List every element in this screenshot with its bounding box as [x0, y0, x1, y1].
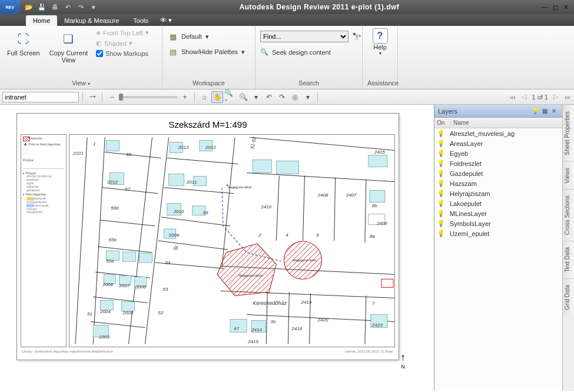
bulb-icon[interactable]: 💡: [437, 160, 450, 167]
svg-text:51-53: 51-53: [250, 136, 257, 149]
svg-line-16: [167, 158, 238, 164]
layers-menu-icon[interactable]: ▦: [540, 107, 549, 116]
svg-rect-59: [381, 279, 393, 287]
fullscreen-icon: ⛶: [14, 29, 33, 48]
bulb-icon[interactable]: 💡: [437, 180, 450, 187]
zoom-slider[interactable]: [119, 96, 178, 98]
fit-icon[interactable]: ▾: [250, 91, 262, 103]
svg-text:58: 58: [126, 152, 131, 157]
minimize-button[interactable]: —: [540, 2, 549, 12]
qat-dropdown-icon[interactable]: ▾: [88, 2, 99, 12]
svg-text:53: 53: [163, 287, 168, 292]
close-button[interactable]: ✕: [561, 2, 570, 12]
layer-row[interactable]: 💡MLinesLayer: [434, 208, 562, 218]
open-icon[interactable]: 📂: [24, 2, 34, 12]
map-svg[interactable]: ▲ Megjegyzés felirat Megjegyzés felirat …: [69, 134, 395, 347]
shaded-icon: ◐: [96, 39, 102, 47]
tab-markup[interactable]: Markup & Measure: [57, 15, 126, 26]
bulb-icon[interactable]: 💡: [437, 139, 450, 147]
workspace-group-title: Workspace: [167, 78, 250, 88]
copy-current-view-button[interactable]: ❏ Copy Current View: [47, 28, 90, 78]
side-tab-views[interactable]: Views: [563, 161, 574, 190]
layer-row[interactable]: 💡Uzemi_epulet: [434, 228, 562, 238]
pan-tool-icon[interactable]: ✋: [211, 91, 223, 103]
find-dropdown[interactable]: Find...: [260, 31, 349, 42]
page-navigator: ⏮ ◁ 1 of 1 ▷ ⏭: [508, 93, 572, 101]
svg-text:56b: 56b: [111, 205, 119, 211]
next-view-icon[interactable]: ↷: [276, 91, 288, 103]
svg-line-19: [158, 241, 228, 250]
prev-view-icon[interactable]: ↶: [263, 91, 275, 103]
svg-rect-41: [139, 253, 152, 263]
svg-text:2407: 2407: [346, 192, 357, 198]
palettes-icon: ▤: [168, 47, 178, 57]
layer-row[interactable]: 💡Helyrajziszam: [434, 188, 562, 198]
col-name[interactable]: Name: [451, 119, 562, 126]
address-input[interactable]: [2, 92, 79, 102]
help-button[interactable]: ? Help ▾: [373, 28, 388, 78]
zoom-tool-icon[interactable]: 🔍: [237, 91, 249, 103]
show-hide-palettes-dropdown[interactable]: ▤ Show/Hide Palettes ▾: [167, 46, 246, 58]
quick-access-toolbar: 📂 💾 🖶 ↶ ↷ ▾: [24, 2, 99, 12]
app-menu-button[interactable]: REV: [0, 0, 20, 14]
bulb-icon[interactable]: 💡: [437, 150, 450, 157]
layer-row[interactable]: 💡Lakoepulet: [434, 198, 562, 208]
seek-design-content-button[interactable]: 🔍 Seek design content: [260, 46, 363, 56]
bulb-icon[interactable]: 💡: [437, 129, 450, 137]
home-icon[interactable]: ⌂: [198, 91, 210, 103]
show-markups-check[interactable]: [96, 50, 103, 57]
full-screen-button[interactable]: ⛶ Full Screen: [5, 28, 42, 78]
prev-page-icon[interactable]: ◁: [520, 93, 528, 101]
bulb-icon[interactable]: 💡: [437, 190, 450, 197]
zoom-window-icon[interactable]: 🔍⁺: [224, 91, 236, 103]
side-tab-grid-data[interactable]: Grid Data: [563, 278, 574, 316]
layer-row[interactable]: 💡Gazdepulet: [434, 168, 562, 178]
svg-line-9: [105, 152, 161, 158]
next-page-icon[interactable]: ▷: [552, 93, 560, 101]
redo-icon[interactable]: ↷: [75, 2, 86, 12]
side-tab-cross-sections[interactable]: Cross Sections: [563, 189, 574, 241]
svg-text:2405: 2405: [374, 150, 385, 155]
pointer-tool[interactable]: ⭢: [87, 91, 98, 103]
first-page-icon[interactable]: ⏮: [508, 94, 516, 101]
tab-home[interactable]: Home: [26, 15, 57, 26]
bulb-icon[interactable]: 💡: [437, 230, 450, 237]
side-tab-sheet-properties[interactable]: Sheet Properties: [563, 105, 574, 161]
col-on[interactable]: On: [434, 119, 451, 126]
wheel-dropdown-icon[interactable]: ▾: [302, 91, 314, 103]
binoculars-icon[interactable]: 🔭: [351, 31, 363, 42]
bulb-icon[interactable]: 💡: [437, 220, 450, 227]
layer-row[interactable]: 💡Hazszam: [434, 178, 562, 188]
layer-row[interactable]: 💡SymbolsLayer: [434, 218, 562, 228]
zoom-in-icon[interactable]: +: [179, 91, 191, 103]
last-page-icon[interactable]: ⏭: [563, 94, 572, 101]
layer-name: Gazdepulet: [450, 170, 483, 177]
tab-tools[interactable]: Tools: [126, 15, 155, 26]
drawing-canvas[interactable]: Szekszárd M=1:499 Alreszlet ▲ Point as h…: [0, 105, 434, 391]
layers-toggle-icon[interactable]: 💡: [530, 107, 540, 116]
wheel-icon[interactable]: ◎: [289, 91, 301, 103]
layer-row[interactable]: 💡Egyeb: [434, 148, 562, 158]
layers-panel: Layers 💡 ▦ ✕ On Name 💡Alreszlet_muvelesi…: [434, 105, 574, 391]
undo-icon[interactable]: ↶: [62, 2, 73, 12]
workspace-default-dropdown[interactable]: ▦ Default ▾: [167, 31, 246, 42]
save-icon[interactable]: 💾: [37, 2, 47, 12]
layer-row[interactable]: 💡Foldreszlet: [434, 158, 562, 168]
tab-view-mode[interactable]: 👁 ▾: [155, 15, 177, 26]
print-icon[interactable]: 🖶: [49, 2, 60, 12]
svg-line-27: [288, 292, 289, 344]
show-markups-checkbox[interactable]: Show Markups: [95, 49, 150, 58]
bulb-icon[interactable]: 💡: [437, 200, 450, 207]
bulb-icon[interactable]: 💡: [437, 210, 450, 217]
svg-text:út: út: [174, 245, 178, 251]
bulb-icon[interactable]: 💡: [437, 170, 450, 177]
svg-text:2414: 2414: [251, 327, 262, 333]
svg-text:3b: 3b: [270, 319, 276, 324]
layer-list: 💡Alreszlet_muvelesi_ag💡AreasLayer💡Egyeb💡…: [434, 128, 562, 238]
layers-close-icon[interactable]: ✕: [549, 107, 559, 116]
layer-row[interactable]: 💡Alreszlet_muvelesi_ag: [434, 128, 562, 138]
side-tab-text-data[interactable]: Text Data: [563, 241, 574, 278]
zoom-out-icon[interactable]: −: [106, 91, 118, 103]
maximize-button[interactable]: ◻: [550, 2, 560, 12]
layer-row[interactable]: 💡AreasLayer: [434, 138, 562, 148]
